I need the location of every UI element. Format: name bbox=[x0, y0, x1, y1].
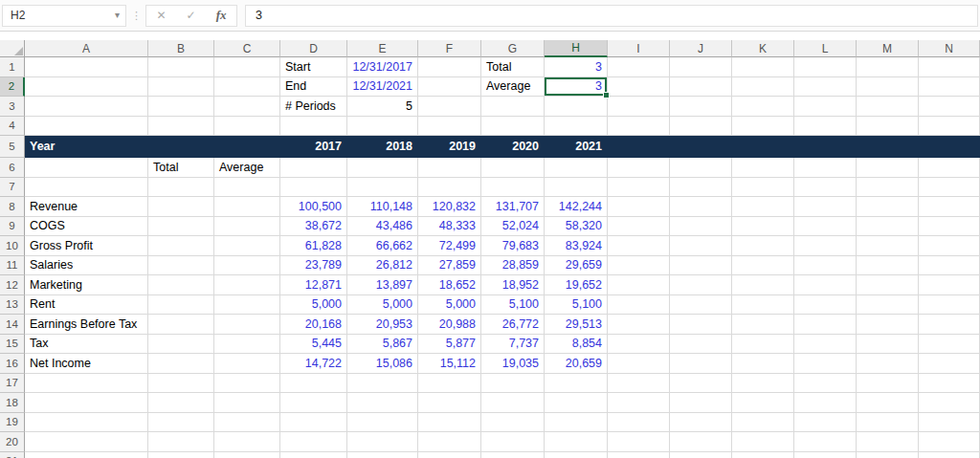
cell-K8[interactable] bbox=[732, 197, 794, 217]
cell-L21[interactable] bbox=[794, 452, 857, 458]
cell-L16[interactable] bbox=[794, 354, 857, 374]
cell-J13[interactable] bbox=[670, 295, 732, 316]
cell-G15[interactable]: 7,737 bbox=[481, 335, 545, 355]
cell-E8[interactable]: 110,148 bbox=[347, 197, 418, 217]
cell-M13[interactable] bbox=[857, 295, 919, 316]
cell-J19[interactable] bbox=[670, 413, 732, 433]
cell-H8[interactable]: 142,244 bbox=[545, 197, 608, 217]
cell-C3[interactable] bbox=[214, 97, 280, 117]
cell-F1[interactable] bbox=[418, 57, 481, 77]
cell-C5[interactable] bbox=[214, 136, 280, 158]
cell-B4[interactable] bbox=[148, 117, 214, 137]
cell-D12[interactable]: 12,871 bbox=[280, 275, 347, 295]
cell-E4[interactable] bbox=[347, 117, 418, 137]
cell-E14[interactable]: 20,953 bbox=[347, 315, 418, 335]
name-box[interactable]: H2 ▾ bbox=[2, 5, 126, 27]
cell-D2[interactable]: End bbox=[280, 77, 347, 98]
cell-I12[interactable] bbox=[608, 275, 670, 295]
row-header-6[interactable]: 6 bbox=[0, 158, 25, 178]
cell-F21[interactable] bbox=[418, 452, 481, 458]
cell-B14[interactable] bbox=[148, 315, 214, 335]
cell-E15[interactable]: 5,867 bbox=[347, 335, 418, 355]
cell-G16[interactable]: 19,035 bbox=[481, 354, 545, 374]
column-header-C[interactable]: C bbox=[214, 40, 280, 57]
cell-G21[interactable] bbox=[481, 452, 545, 458]
row-header-8[interactable]: 8 bbox=[0, 197, 25, 217]
cell-H10[interactable]: 83,924 bbox=[545, 236, 608, 256]
cell-N12[interactable] bbox=[919, 275, 980, 295]
row-header-16[interactable]: 16 bbox=[0, 354, 25, 374]
cell-C18[interactable] bbox=[214, 393, 280, 413]
cell-E20[interactable] bbox=[347, 432, 418, 452]
cell-C16[interactable] bbox=[214, 354, 280, 374]
cell-D4[interactable] bbox=[280, 117, 347, 137]
cell-L20[interactable] bbox=[794, 432, 857, 452]
cell-I13[interactable] bbox=[608, 295, 670, 316]
column-header-I[interactable]: I bbox=[608, 40, 670, 57]
cell-D10[interactable]: 61,828 bbox=[280, 236, 347, 256]
cell-M1[interactable] bbox=[857, 57, 919, 77]
column-header-K[interactable]: K bbox=[732, 40, 794, 57]
cell-G20[interactable] bbox=[481, 432, 545, 452]
cell-E9[interactable]: 43,486 bbox=[347, 217, 418, 237]
cell-A15[interactable]: Tax bbox=[25, 335, 148, 355]
cell-N18[interactable] bbox=[919, 393, 980, 413]
column-header-F[interactable]: F bbox=[418, 40, 481, 57]
cell-B19[interactable] bbox=[148, 413, 214, 433]
cell-G1[interactable]: Total bbox=[481, 57, 545, 77]
cell-K3[interactable] bbox=[732, 97, 794, 117]
cell-L8[interactable] bbox=[794, 197, 857, 217]
cell-M20[interactable] bbox=[857, 432, 919, 452]
cell-I5[interactable] bbox=[608, 136, 670, 158]
cell-B7[interactable] bbox=[148, 178, 214, 198]
cell-H18[interactable] bbox=[545, 393, 608, 413]
cell-I6[interactable] bbox=[608, 158, 670, 178]
cell-C6[interactable]: Average bbox=[214, 158, 280, 178]
row-header-19[interactable]: 19 bbox=[0, 413, 25, 433]
column-header-M[interactable]: M bbox=[857, 40, 919, 57]
cell-M16[interactable] bbox=[857, 354, 919, 374]
cell-H15[interactable]: 8,854 bbox=[545, 335, 608, 355]
cell-H12[interactable]: 19,652 bbox=[545, 275, 608, 295]
cell-I14[interactable] bbox=[608, 315, 670, 335]
cell-N1[interactable] bbox=[919, 57, 980, 77]
cell-M2[interactable] bbox=[857, 77, 919, 98]
cell-E18[interactable] bbox=[347, 393, 418, 413]
cell-A20[interactable] bbox=[25, 432, 148, 452]
cell-K2[interactable] bbox=[732, 77, 794, 98]
cell-C15[interactable] bbox=[214, 335, 280, 355]
cell-K20[interactable] bbox=[732, 432, 794, 452]
cell-A8[interactable]: Revenue bbox=[25, 197, 148, 217]
cell-I18[interactable] bbox=[608, 393, 670, 413]
cell-B1[interactable] bbox=[148, 57, 214, 77]
cell-I9[interactable] bbox=[608, 217, 670, 237]
cell-B18[interactable] bbox=[148, 393, 214, 413]
cell-H6[interactable] bbox=[545, 158, 608, 178]
cell-E21[interactable] bbox=[347, 452, 418, 458]
cell-E5[interactable]: 2018 bbox=[347, 136, 418, 158]
cell-L4[interactable] bbox=[794, 117, 857, 137]
cell-C20[interactable] bbox=[214, 432, 280, 452]
cell-B11[interactable] bbox=[148, 256, 214, 276]
cell-D5[interactable]: 2017 bbox=[280, 136, 347, 158]
cell-N9[interactable] bbox=[919, 217, 980, 237]
cell-J8[interactable] bbox=[670, 197, 732, 217]
row-header-9[interactable]: 9 bbox=[0, 217, 25, 237]
cell-B16[interactable] bbox=[148, 354, 214, 374]
enter-icon[interactable]: ✓ bbox=[187, 9, 196, 22]
cell-K13[interactable] bbox=[732, 295, 794, 316]
cell-J2[interactable] bbox=[670, 77, 732, 98]
cell-M10[interactable] bbox=[857, 236, 919, 256]
cell-N17[interactable] bbox=[919, 374, 980, 394]
cell-C2[interactable] bbox=[214, 77, 280, 98]
column-header-D[interactable]: D bbox=[280, 40, 347, 57]
cell-H3[interactable] bbox=[545, 97, 608, 117]
cell-G14[interactable]: 26,772 bbox=[481, 315, 545, 335]
cell-L2[interactable] bbox=[794, 77, 857, 98]
cell-F12[interactable]: 18,652 bbox=[418, 275, 481, 295]
cell-F15[interactable]: 5,877 bbox=[418, 335, 481, 355]
row-header-15[interactable]: 15 bbox=[0, 335, 25, 355]
cell-B21[interactable] bbox=[148, 452, 214, 458]
cell-D1[interactable]: Start bbox=[280, 57, 347, 77]
row-header-12[interactable]: 12 bbox=[0, 275, 25, 295]
